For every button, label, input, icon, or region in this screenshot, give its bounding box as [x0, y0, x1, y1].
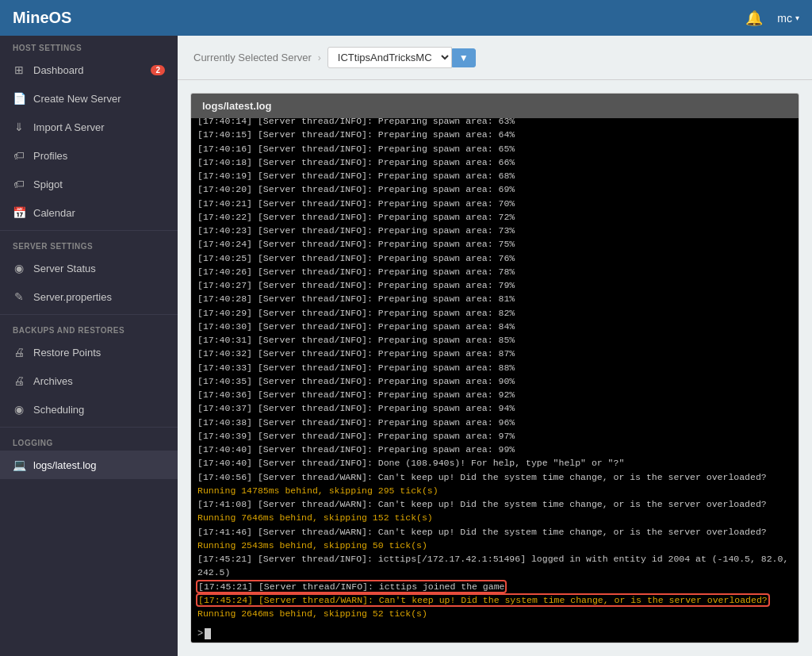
- user-menu[interactable]: mc ▾: [777, 12, 799, 25]
- log-line: [17:40:56] [Server thread/WARN]: Can't k…: [197, 470, 792, 484]
- log-line: [17:45:21] [Server thread/INFO]: icttips…: [197, 552, 792, 580]
- logging-section-header: LOGGING: [0, 431, 178, 451]
- server-select-caret-icon[interactable]: ▼: [452, 48, 476, 67]
- sidebar-item-server-properties[interactable]: ✎ Server.properties: [0, 282, 178, 311]
- log-body[interactable]: [17:40:10] [Server thread/INFO]: Prepari…: [191, 118, 799, 625]
- sidebar-label-calendar: Calendar: [33, 207, 165, 219]
- topbar-right: 🔔 mc ▾: [745, 10, 799, 27]
- log-line: [17:40:33] [Server thread/INFO]: Prepari…: [197, 361, 792, 374]
- log-line: [17:40:22] [Server thread/INFO]: Prepari…: [197, 210, 792, 224]
- log-prompt: >: [197, 628, 203, 639]
- log-line: [17:40:21] [Server thread/INFO]: Prepari…: [197, 197, 792, 210]
- log-line: [17:40:27] [Server thread/INFO]: Prepari…: [197, 278, 792, 292]
- server-status-icon: ◉: [13, 262, 25, 274]
- sidebar-label-spigot: Spigot: [33, 178, 165, 190]
- server-section-header: SERVER SETTINGS: [0, 234, 178, 254]
- server-select[interactable]: ICTtipsAndTricksMC: [327, 47, 452, 68]
- log-line: [17:40:31] [Server thread/INFO]: Prepari…: [197, 333, 792, 347]
- sidebar-item-restore-points[interactable]: 🖨 Restore Points: [0, 338, 178, 366]
- sidebar-item-dashboard[interactable]: ⊞ Dashboard 2: [0, 56, 178, 84]
- breadcrumb-arrow: ›: [318, 52, 321, 63]
- log-line: [17:40:19] [Server thread/INFO]: Prepari…: [197, 169, 792, 182]
- sidebar: HOST SETTINGS ⊞ Dashboard 2 📄 Create New…: [0, 36, 178, 656]
- log-line: [17:40:35] [Server thread/INFO]: Prepari…: [197, 374, 792, 388]
- log-line: [17:40:32] [Server thread/INFO]: Prepari…: [197, 347, 792, 360]
- username-label: mc: [777, 12, 792, 25]
- content-area: Currently Selected Server › ICTtipsAndTr…: [178, 36, 812, 656]
- sidebar-label-import-a-server: Import A Server: [33, 121, 165, 133]
- log-line-last: Running 2646ms behind, skipping 52 tick(…: [197, 607, 792, 620]
- log-line: [17:40:26] [Server thread/INFO]: Prepari…: [197, 265, 792, 278]
- log-section: logs/latest.log [17:40:10] [Server threa…: [190, 93, 799, 643]
- sidebar-item-server-status[interactable]: ◉ Server Status: [0, 254, 178, 282]
- log-line-highlighted-1: [17:45:21] [Server thread/INFO]: icttips…: [197, 580, 792, 593]
- sidebar-label-profiles: Profiles: [33, 150, 165, 162]
- host-section-header: HOST SETTINGS: [0, 36, 178, 56]
- logs-icon: 💻: [13, 458, 25, 471]
- sidebar-item-scheduling[interactable]: ◉ Scheduling: [0, 395, 178, 424]
- log-line: [17:40:38] [Server thread/INFO]: Prepari…: [197, 416, 792, 429]
- sidebar-label-server-properties: Server.properties: [33, 291, 165, 303]
- log-line: [17:40:40] [Server thread/INFO]: Done (1…: [197, 456, 792, 470]
- bell-icon[interactable]: 🔔: [745, 10, 763, 27]
- sidebar-label-archives: Archives: [33, 375, 165, 387]
- log-cursor: [205, 628, 211, 639]
- log-input-line[interactable]: >: [191, 625, 799, 643]
- sidebar-item-create-new-server[interactable]: 📄 Create New Server: [0, 84, 178, 113]
- log-line: [17:41:08] [Server thread/WARN]: Can't k…: [197, 497, 792, 511]
- breadcrumb-label: Currently Selected Server: [193, 52, 312, 63]
- sidebar-item-archives[interactable]: 🖨 Archives: [0, 366, 178, 395]
- scheduling-icon: ◉: [13, 403, 25, 416]
- user-caret-icon: ▾: [795, 13, 799, 22]
- log-line: [17:40:29] [Server thread/INFO]: Prepari…: [197, 306, 792, 320]
- restore-points-icon: 🖨: [13, 346, 25, 359]
- sidebar-item-import-a-server[interactable]: ⇓ Import A Server: [0, 113, 178, 141]
- server-properties-icon: ✎: [13, 290, 25, 303]
- log-line: [17:40:28] [Server thread/INFO]: Prepari…: [197, 292, 792, 305]
- log-line: [17:40:16] [Server thread/INFO]: Prepari…: [197, 142, 792, 155]
- log-line: [17:41:46] [Server thread/WARN]: Can't k…: [197, 525, 792, 539]
- log-line-highlighted-2: [17:45:24] [Server thread/WARN]: Can't k…: [197, 593, 792, 607]
- calendar-icon: 📅: [13, 206, 25, 219]
- log-header: logs/latest.log: [191, 94, 799, 118]
- log-line: [17:40:23] [Server thread/INFO]: Prepari…: [197, 224, 792, 237]
- log-line: [17:40:15] [Server thread/INFO]: Prepari…: [197, 128, 792, 141]
- log-line: [17:40:30] [Server thread/INFO]: Prepari…: [197, 320, 792, 333]
- log-line: Running 14785ms behind, skipping 295 tic…: [197, 484, 792, 497]
- spigot-icon: 🏷: [13, 178, 25, 190]
- log-line: [17:40:39] [Server thread/INFO]: Prepari…: [197, 429, 792, 443]
- sidebar-item-profiles[interactable]: 🏷 Profiles: [0, 141, 178, 170]
- dashboard-badge: 2: [151, 65, 165, 75]
- sidebar-label-scheduling: Scheduling: [33, 404, 165, 416]
- sidebar-item-spigot[interactable]: 🏷 Spigot: [0, 170, 178, 198]
- log-line: [17:40:14] [Server thread/INFO]: Prepari…: [197, 118, 792, 128]
- archives-icon: 🖨: [13, 374, 25, 387]
- sidebar-label-logs-latest: logs/latest.log: [33, 459, 165, 471]
- log-line: [17:40:40] [Server thread/INFO]: Prepari…: [197, 443, 792, 456]
- import-server-icon: ⇓: [13, 121, 25, 133]
- log-line: [17:40:24] [Server thread/INFO]: Prepari…: [197, 237, 792, 251]
- breadcrumb-bar: Currently Selected Server › ICTtipsAndTr…: [178, 36, 812, 80]
- backups-section-header: BACKUPS AND RESTORES: [0, 318, 178, 338]
- server-select-wrapper[interactable]: ICTtipsAndTricksMC ▼: [327, 47, 476, 68]
- sidebar-label-create-new-server: Create New Server: [33, 93, 165, 105]
- dashboard-icon: ⊞: [13, 63, 25, 76]
- sidebar-label-server-status: Server Status: [33, 263, 165, 274]
- sidebar-item-calendar[interactable]: 📅 Calendar: [0, 198, 178, 227]
- log-line: Running 2543ms behind, skipping 50 tick(…: [197, 539, 792, 552]
- sidebar-label-dashboard: Dashboard: [33, 64, 143, 76]
- log-line: [17:40:20] [Server thread/INFO]: Prepari…: [197, 182, 792, 196]
- create-server-icon: 📄: [13, 92, 25, 105]
- log-line: [17:40:25] [Server thread/INFO]: Prepari…: [197, 251, 792, 265]
- log-line: Running 7646ms behind, skipping 152 tick…: [197, 511, 792, 524]
- sidebar-item-logs-latest[interactable]: 💻 logs/latest.log: [0, 451, 178, 479]
- sidebar-label-restore-points: Restore Points: [33, 347, 165, 359]
- log-line: [17:40:36] [Server thread/INFO]: Prepari…: [197, 388, 792, 401]
- topbar: MineOS 🔔 mc ▾: [0, 0, 812, 36]
- profiles-icon: 🏷: [13, 149, 25, 162]
- log-line: [17:40:18] [Server thread/INFO]: Prepari…: [197, 155, 792, 169]
- main-layout: HOST SETTINGS ⊞ Dashboard 2 📄 Create New…: [0, 36, 812, 656]
- app-title: MineOS: [13, 9, 71, 27]
- log-line: [17:40:37] [Server thread/INFO]: Prepari…: [197, 401, 792, 415]
